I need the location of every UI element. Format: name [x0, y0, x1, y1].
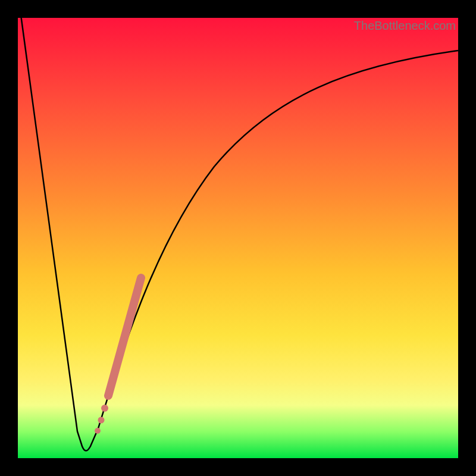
bottleneck-curve — [21, 15, 458, 451]
highlight-dot — [101, 405, 108, 412]
highlight-dot — [98, 417, 105, 424]
highlight-dot — [95, 428, 101, 434]
chart-frame: { "watermark": "TheBottleneck.com", "col… — [0, 0, 476, 476]
chart-svg — [18, 18, 458, 458]
plot-area: TheBottleneck.com — [18, 18, 458, 458]
highlight-segment — [108, 278, 141, 396]
